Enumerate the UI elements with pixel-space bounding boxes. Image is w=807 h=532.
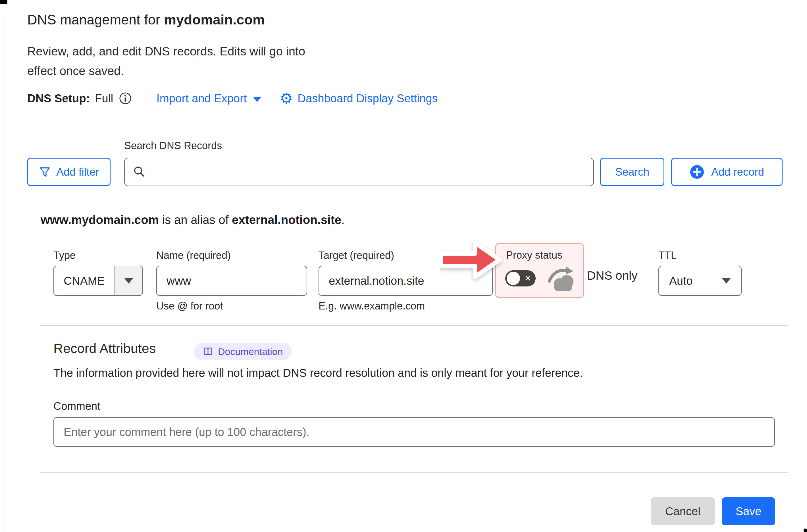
dashboard-display-settings-label: Dashboard Display Settings [297, 92, 438, 105]
documentation-label: Documentation [218, 346, 283, 357]
dns-setup-row: DNS Setup: Full Import and Export ⚙ Dash… [27, 90, 438, 107]
record-attributes-description: The information provided here will not i… [53, 367, 583, 379]
page-title-prefix: DNS management for [27, 12, 164, 27]
alias-host: www.mydomain.com [41, 213, 159, 227]
target-helper-text: E.g. www.example.com [319, 300, 425, 312]
add-filter-button[interactable]: Add filter [27, 158, 111, 186]
search-button[interactable]: Search [600, 158, 664, 186]
documentation-link[interactable]: Documentation [194, 343, 291, 360]
search-dns-records-label: Search DNS Records [124, 140, 222, 152]
alias-sentence: www.mydomain.com is an alias of external… [41, 213, 345, 227]
search-button-label: Search [615, 166, 649, 178]
cancel-button-label: Cancel [665, 505, 701, 518]
divider [40, 325, 788, 326]
type-select-value: CNAME [54, 266, 115, 295]
search-field-wrap [124, 158, 594, 186]
caret-down-icon [253, 97, 262, 102]
record-attributes-heading: Record Attributes [53, 340, 156, 356]
proxy-status-label: Proxy status [506, 249, 562, 261]
screen-artifact-bottom-right [804, 529, 807, 532]
save-button[interactable]: Save [722, 497, 775, 525]
type-select[interactable]: CNAME [53, 266, 143, 296]
chevron-down-icon [124, 278, 133, 284]
funnel-icon [39, 166, 51, 178]
window-edge-line [3, 16, 3, 532]
proxy-status-toggle[interactable]: × [505, 270, 536, 286]
alias-middle-text: is an alias of [159, 213, 232, 227]
add-record-button[interactable]: Add record [671, 158, 783, 186]
type-label: Type [53, 249, 76, 262]
chevron-down-icon [722, 278, 731, 284]
import-export-label: Import and Export [156, 92, 247, 105]
ttl-select-value: Auto [669, 274, 692, 287]
proxy-status-highlight-box: Proxy status × [495, 243, 584, 298]
target-input[interactable] [319, 266, 493, 296]
name-helper-text: Use @ for root [156, 300, 223, 312]
cloud-arrow-icon [547, 264, 579, 293]
save-button-label: Save [735, 505, 761, 518]
dashboard-display-settings-link[interactable]: Dashboard Display Settings [297, 92, 438, 105]
dns-setup-value: Full [95, 92, 113, 105]
ttl-select[interactable]: Auto [658, 266, 742, 296]
toggle-off-x-glyph: × [525, 273, 531, 283]
comment-input[interactable] [53, 417, 775, 447]
plus-circle-icon [690, 165, 705, 179]
open-book-icon [203, 346, 213, 357]
info-icon[interactable] [119, 92, 132, 105]
name-input[interactable] [156, 266, 307, 296]
add-filter-label: Add filter [57, 166, 99, 178]
page-title-domain: mydomain.com [164, 12, 265, 27]
dns-management-page: DNS management for mydomain.com Review, … [0, 0, 807, 532]
divider [40, 472, 788, 473]
alias-period: . [341, 213, 345, 227]
cancel-button[interactable]: Cancel [651, 497, 715, 525]
search-input[interactable] [124, 158, 594, 186]
alias-target: external.notion.site [232, 213, 341, 227]
toggle-knob [507, 272, 520, 285]
import-export-link[interactable]: Import and Export [156, 92, 262, 105]
page-subtitle: Review, add, and edit DNS records. Edits… [27, 41, 323, 81]
comment-label: Comment [53, 400, 100, 412]
ttl-label: TTL [658, 249, 677, 262]
add-record-label: Add record [711, 166, 764, 178]
dns-setup-label: DNS Setup: [27, 92, 90, 105]
type-select-arrow-zone [115, 266, 142, 295]
page-title: DNS management for mydomain.com [27, 12, 265, 27]
gear-icon: ⚙ [280, 91, 293, 106]
name-label: Name (required) [156, 249, 231, 262]
proxy-status-value: DNS only [587, 269, 637, 283]
screen-artifact-top-left [0, 0, 7, 4]
target-label: Target (required) [319, 249, 394, 262]
